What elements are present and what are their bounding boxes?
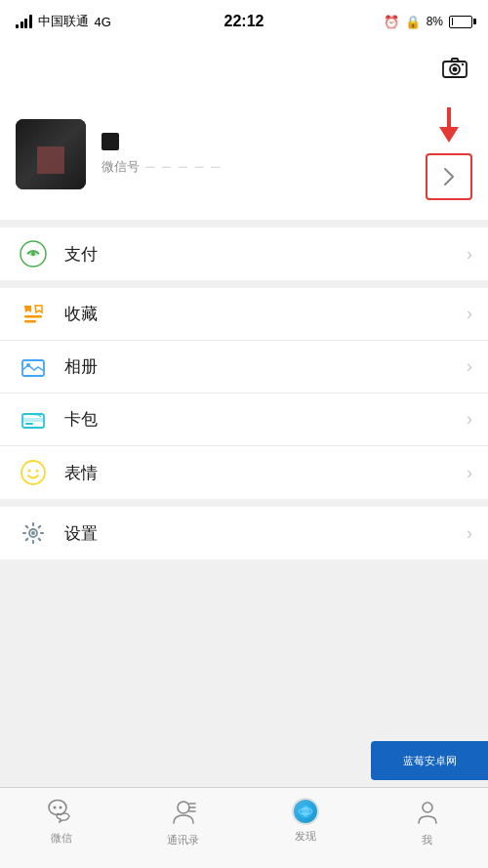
avatar-inner	[16, 119, 86, 189]
card-chevron: ›	[467, 409, 472, 430]
emoji-label: 表情	[64, 462, 467, 484]
settings-chevron: ›	[467, 523, 472, 544]
contacts-tab-label: 通讯录	[167, 833, 199, 847]
avatar-patch	[37, 146, 64, 174]
payment-icon-wrap	[16, 236, 51, 271]
wechat-id-row: 微信号 ─ ─ ─ ─ ─	[102, 158, 223, 176]
menu-section-payment: 支付 ›	[0, 227, 488, 280]
me-tab-label: 我	[422, 833, 432, 847]
watermark-text: 蓝莓安卓网	[403, 754, 457, 768]
profile-name-square	[102, 133, 119, 150]
menu-item-emoji[interactable]: 表情 ›	[0, 446, 488, 499]
svg-rect-13	[22, 418, 44, 422]
emoji-icon-wrap	[16, 455, 51, 490]
red-arrow-down	[431, 107, 467, 151]
album-chevron: ›	[467, 356, 472, 377]
wechat-id-label: 微信号	[102, 158, 140, 176]
svg-rect-14	[25, 423, 33, 425]
lock-icon: 🔒	[405, 15, 421, 29]
card-icon-wrap	[16, 402, 51, 437]
me-tab-icon	[414, 798, 441, 829]
tab-bar: 微信 通讯录 发现	[0, 787, 488, 868]
profile-detail-button[interactable]	[426, 153, 472, 200]
tab-me[interactable]: 我	[366, 798, 488, 847]
header-area	[0, 43, 488, 92]
profile-left: 微信号 ─ ─ ─ ─ ─	[16, 119, 223, 189]
svg-point-15	[21, 461, 45, 484]
menu-item-card[interactable]: 卡包 ›	[0, 393, 488, 446]
menu-item-payment[interactable]: 支付 ›	[0, 227, 488, 280]
collect-icon-wrap	[16, 297, 51, 332]
profile-right	[426, 107, 472, 200]
battery-fill	[452, 18, 454, 25]
collect-label: 收藏	[64, 303, 467, 325]
payment-icon	[20, 240, 47, 268]
arrow-annotation	[426, 107, 472, 200]
svg-point-17	[36, 470, 39, 473]
avatar[interactable]	[16, 119, 86, 189]
wechat-tab-label: 微信	[51, 831, 72, 846]
profile-section: 微信号 ─ ─ ─ ─ ─	[0, 92, 488, 227]
collect-chevron: ›	[467, 304, 472, 324]
status-right: ⏰ 🔒 8%	[384, 15, 472, 29]
contacts-tab-icon	[170, 798, 197, 829]
status-left: 中国联通 4G	[16, 13, 111, 30]
svg-rect-9	[24, 320, 36, 323]
status-time: 22:12	[224, 13, 264, 30]
payment-label: 支付	[64, 243, 467, 266]
menu-item-collect[interactable]: 收藏 ›	[0, 288, 488, 341]
svg-point-23	[178, 802, 189, 813]
wechat-id-value: ─ ─ ─ ─ ─	[145, 159, 223, 174]
svg-point-19	[31, 531, 35, 535]
profile-info: 微信号 ─ ─ ─ ─ ─	[102, 133, 223, 176]
svg-point-29	[423, 803, 432, 812]
settings-icon-wrap	[16, 516, 51, 551]
card-label: 卡包	[64, 408, 467, 431]
svg-point-3	[462, 63, 464, 65]
tab-wechat[interactable]: 微信	[0, 798, 122, 846]
chevron-right-icon	[444, 168, 454, 186]
svg-point-22	[59, 806, 61, 809]
menu-item-album[interactable]: 相册 ›	[0, 341, 488, 393]
tab-discover[interactable]: 发现	[244, 798, 366, 844]
collect-icon	[20, 301, 47, 328]
svg-point-2	[453, 67, 458, 72]
battery-icon	[449, 16, 472, 28]
settings-label: 设置	[64, 522, 467, 545]
camera-button[interactable]	[437, 50, 472, 85]
album-label: 相册	[64, 355, 467, 378]
carrier-label: 中国联通	[38, 13, 89, 30]
discover-tab-icon-inner	[294, 800, 317, 823]
svg-rect-8	[24, 315, 42, 318]
signal-icon	[16, 15, 32, 28]
status-bar: 中国联通 4G 22:12 ⏰ 🔒 8%	[0, 0, 488, 43]
album-icon	[20, 353, 47, 381]
network-label: 4G	[95, 15, 111, 29]
menu-item-settings[interactable]: 设置 ›	[0, 507, 488, 559]
emoji-chevron: ›	[467, 463, 472, 483]
settings-icon	[20, 519, 47, 547]
album-icon-wrap	[16, 350, 51, 385]
svg-marker-5	[439, 127, 459, 143]
menu-section-main: 收藏 › 相册 › 卡包 ›	[0, 288, 488, 499]
card-icon	[20, 406, 47, 434]
svg-point-20	[49, 801, 66, 815]
svg-point-16	[28, 470, 31, 473]
svg-point-7	[31, 252, 35, 256]
camera-icon	[442, 57, 468, 78]
svg-point-21	[53, 806, 56, 809]
menu-section-settings: 设置 ›	[0, 507, 488, 559]
emoji-icon	[20, 459, 47, 486]
tab-contacts[interactable]: 通讯录	[122, 798, 244, 847]
watermark: 蓝莓安卓网	[371, 741, 488, 780]
discover-tab-icon	[292, 798, 319, 825]
wechat-tab-icon	[48, 798, 75, 827]
alarm-icon: ⏰	[384, 15, 399, 29]
profile-name-row	[102, 133, 223, 150]
battery-percent: 8%	[427, 15, 443, 28]
payment-chevron: ›	[467, 244, 472, 265]
svg-point-11	[26, 363, 30, 367]
discover-tab-label: 发现	[295, 829, 316, 844]
